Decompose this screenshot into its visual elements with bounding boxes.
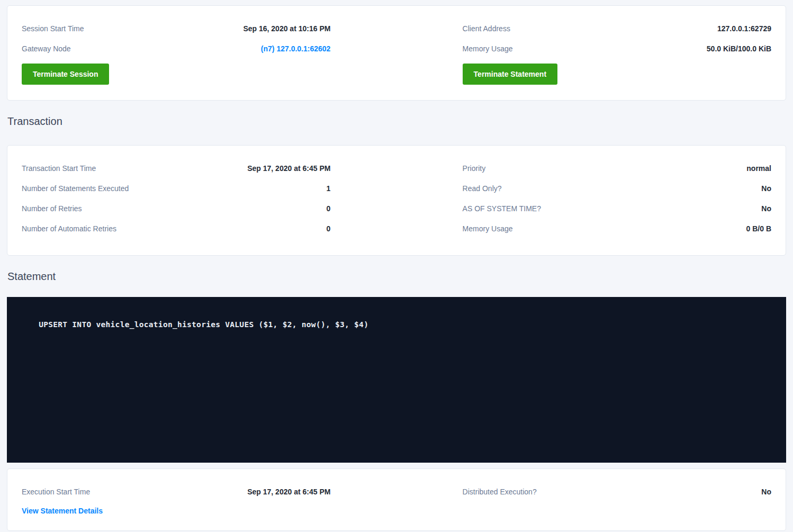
transaction-card-right-column: Priority normal Read Only? No AS OF SYST…: [463, 158, 771, 239]
transaction-card-left-column: Transaction Start Time Sep 17, 2020 at 6…: [22, 158, 330, 239]
distributed-execution-row: Distributed Execution? No: [463, 482, 771, 502]
priority-label: Priority: [463, 164, 486, 173]
statement-section-title: Statement: [7, 269, 786, 284]
transaction-memory-usage-value: 0 B/0 B: [746, 224, 771, 233]
transaction-start-time-row: Transaction Start Time Sep 17, 2020 at 6…: [22, 158, 330, 178]
client-address-row: Client Address 127.0.0.1:62729: [463, 19, 771, 39]
priority-row: Priority normal: [463, 158, 771, 178]
statement-sql-code-block: UPSERT INTO vehicle_location_histories V…: [7, 297, 786, 463]
session-start-time-value: Sep 16, 2020 at 10:16 PM: [243, 24, 330, 33]
automatic-retries-label: Number of Automatic Retries: [22, 224, 116, 233]
execution-start-time-row: Execution Start Time Sep 17, 2020 at 6:4…: [22, 482, 330, 502]
session-card-right-column: Client Address 127.0.0.1:62729 Memory Us…: [463, 19, 771, 85]
terminate-session-button[interactable]: Terminate Session: [22, 64, 109, 85]
retries-value: 0: [327, 204, 331, 213]
transaction-section-title: Transaction: [7, 114, 786, 129]
read-only-label: Read Only?: [463, 184, 502, 193]
session-memory-usage-value: 50.0 KiB/100.0 KiB: [707, 44, 771, 53]
statement-sql-text: UPSERT INTO vehicle_location_histories V…: [39, 320, 368, 329]
session-start-time-row: Session Start Time Sep 16, 2020 at 10:16…: [22, 19, 330, 39]
execution-start-time-value: Sep 17, 2020 at 6:45 PM: [247, 488, 330, 496]
gateway-node-link[interactable]: (n7) 127.0.0.1:62602: [261, 44, 331, 53]
as-of-system-time-value: No: [761, 204, 771, 213]
gateway-node-row: Gateway Node (n7) 127.0.0.1:62602: [22, 39, 330, 59]
statement-card-right-column: Distributed Execution? No: [463, 482, 771, 520]
execution-start-time-label: Execution Start Time: [22, 488, 90, 496]
statement-summary-card: Execution Start Time Sep 17, 2020 at 6:4…: [7, 468, 786, 531]
transaction-memory-usage-label: Memory Usage: [463, 224, 513, 233]
transaction-start-time-value: Sep 17, 2020 at 6:45 PM: [247, 164, 330, 173]
as-of-system-time-label: AS OF SYSTEM TIME?: [463, 204, 541, 213]
statement-card-left-column: Execution Start Time Sep 17, 2020 at 6:4…: [22, 482, 330, 520]
transaction-memory-usage-row: Memory Usage 0 B/0 B: [463, 219, 771, 239]
statements-executed-label: Number of Statements Executed: [22, 184, 129, 193]
session-memory-usage-row: Memory Usage 50.0 KiB/100.0 KiB: [463, 39, 771, 59]
distributed-execution-label: Distributed Execution?: [463, 488, 537, 496]
view-statement-details-link[interactable]: View Statement Details: [22, 507, 103, 515]
statements-executed-value: 1: [327, 184, 331, 193]
session-start-time-label: Session Start Time: [22, 24, 84, 33]
view-statement-details-row: View Statement Details: [22, 502, 330, 520]
statements-executed-row: Number of Statements Executed 1: [22, 178, 330, 199]
read-only-value: No: [761, 184, 771, 193]
retries-label: Number of Retries: [22, 204, 82, 213]
read-only-row: Read Only? No: [463, 178, 771, 199]
as-of-system-time-row: AS OF SYSTEM TIME? No: [463, 199, 771, 219]
terminate-statement-button[interactable]: Terminate Statement: [463, 64, 557, 85]
retries-row: Number of Retries 0: [22, 199, 330, 219]
session-details-page: Session Start Time Sep 16, 2020 at 10:16…: [0, 0, 793, 532]
client-address-label: Client Address: [463, 24, 510, 33]
transaction-start-time-label: Transaction Start Time: [22, 164, 96, 173]
automatic-retries-value: 0: [327, 224, 331, 233]
client-address-value: 127.0.0.1:62729: [717, 24, 771, 33]
session-summary-card: Session Start Time Sep 16, 2020 at 10:16…: [7, 5, 786, 101]
distributed-execution-value: No: [761, 488, 771, 496]
session-memory-usage-label: Memory Usage: [463, 44, 513, 53]
transaction-summary-card: Transaction Start Time Sep 17, 2020 at 6…: [7, 145, 786, 256]
priority-value: normal: [746, 164, 771, 173]
gateway-node-label: Gateway Node: [22, 44, 71, 53]
automatic-retries-row: Number of Automatic Retries 0: [22, 219, 330, 239]
session-card-left-column: Session Start Time Sep 16, 2020 at 10:16…: [22, 19, 330, 85]
